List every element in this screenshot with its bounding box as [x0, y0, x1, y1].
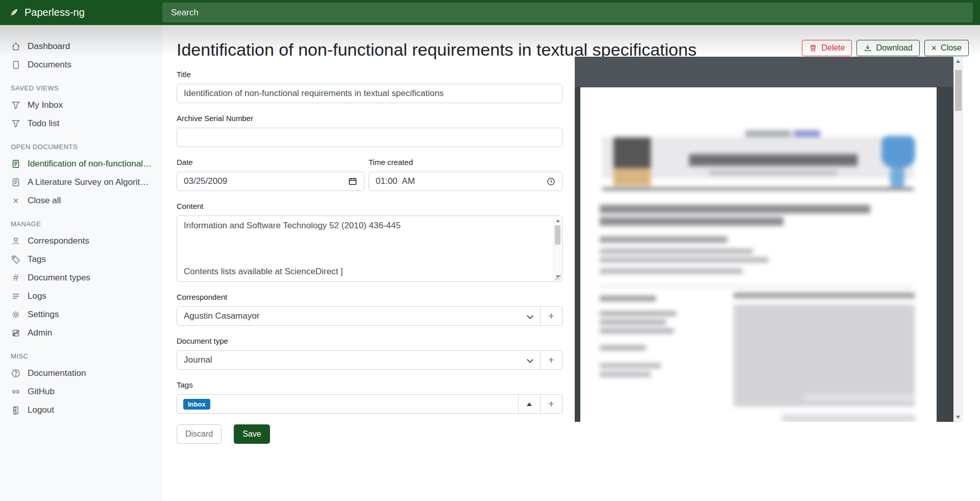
- content-text-line2: Contents lists available at ScienceDirec…: [184, 267, 548, 277]
- sidebar-section-saved-views: SAVED VIEWS: [0, 74, 162, 96]
- sidebar-section-misc: MISC: [0, 342, 162, 364]
- sidebar-item-todo-list[interactable]: Todo list: [0, 114, 162, 133]
- home-icon: [11, 41, 21, 52]
- date-label: Date: [177, 158, 364, 167]
- content-scrollbar[interactable]: [553, 217, 561, 281]
- title-label: Title: [177, 70, 562, 79]
- sidebar-item-correspondents[interactable]: Correspondents: [0, 232, 162, 250]
- sidebar: Dashboard Documents SAVED VIEWS My Inbox…: [0, 25, 162, 501]
- gear-icon: [11, 309, 21, 320]
- person-icon: [11, 236, 21, 246]
- sidebar-item-logout[interactable]: Logout: [0, 401, 162, 419]
- filter-icon: [11, 100, 21, 110]
- pdf-viewer-toolbar: [575, 57, 953, 87]
- document-preview: [575, 57, 963, 422]
- file-text-icon: [11, 159, 21, 169]
- title-input[interactable]: [177, 84, 562, 103]
- filter-icon: [11, 118, 21, 129]
- delete-button[interactable]: Delete: [802, 40, 852, 56]
- asn-label: Archive Serial Number: [177, 114, 562, 123]
- close-icon: [11, 196, 21, 206]
- clock-icon[interactable]: [547, 177, 555, 186]
- sidebar-open-doc-2[interactable]: A Literature Survey on Algorithms for Mu…: [0, 173, 162, 192]
- content-textarea[interactable]: Information and Software Technology 52 (…: [177, 216, 562, 282]
- app-title: Paperless-ng: [24, 7, 85, 18]
- sidebar-item-documentation[interactable]: Documentation: [0, 364, 162, 383]
- trash-icon: [809, 44, 817, 52]
- triangle-up-icon: [527, 402, 532, 406]
- sidebar-item-close-all[interactable]: Close all: [0, 192, 162, 210]
- scroll-up-icon[interactable]: [556, 219, 560, 222]
- file-text-icon: [11, 177, 21, 187]
- content-label: Content: [177, 202, 562, 211]
- document-preview-blurred-page: [580, 87, 937, 422]
- document-type-label: Document type: [177, 337, 562, 346]
- document-type-select[interactable]: Journal: [177, 350, 541, 370]
- tag-icon: [11, 254, 21, 265]
- logout-icon: [11, 405, 21, 415]
- sidebar-item-github[interactable]: GitHub: [0, 383, 162, 401]
- sidebar-section-open-documents: OPEN DOCUMENTS: [0, 133, 162, 155]
- download-button[interactable]: Download: [856, 40, 919, 56]
- download-icon: [864, 44, 872, 52]
- document-edit-form: Title Archive Serial Number Date 03/25/2…: [177, 68, 562, 444]
- preview-scroll-down-icon[interactable]: [956, 416, 960, 419]
- content-scrollbar-thumb[interactable]: [555, 225, 560, 245]
- main-content: Identification of non-functional require…: [162, 25, 980, 444]
- preview-scrollbar-thumb[interactable]: [955, 70, 962, 111]
- chevron-down-icon: [527, 313, 533, 319]
- save-button[interactable]: Save: [234, 424, 270, 444]
- top-navbar: Paperless-ng: [0, 0, 980, 25]
- tag-badge-inbox[interactable]: Inbox: [183, 399, 210, 410]
- admin-toggles-icon: [11, 328, 21, 338]
- calendar-icon[interactable]: [348, 177, 357, 186]
- add-document-type-button[interactable]: +: [540, 350, 562, 370]
- content-text-line1: Information and Software Technology 52 (…: [184, 221, 548, 231]
- sidebar-item-document-types[interactable]: # Document types: [0, 269, 162, 287]
- sidebar-item-admin[interactable]: Admin: [0, 324, 162, 342]
- feather-logo-icon: [9, 8, 19, 18]
- preview-scrollbar[interactable]: [953, 57, 963, 422]
- add-tag-button[interactable]: +: [540, 394, 562, 414]
- textarea-resize-grip[interactable]: [555, 275, 561, 280]
- correspondent-select[interactable]: Agustin Casamayor: [177, 306, 541, 326]
- discard-button[interactable]: Discard: [177, 424, 222, 444]
- close-button[interactable]: × Close: [924, 40, 969, 56]
- pdf-viewer[interactable]: [575, 57, 953, 422]
- time-created-input[interactable]: 01:00 AM: [369, 172, 562, 191]
- sidebar-item-my-inbox[interactable]: My Inbox: [0, 96, 162, 114]
- app-brand[interactable]: Paperless-ng: [0, 7, 162, 18]
- sidebar-item-settings[interactable]: Settings: [0, 305, 162, 324]
- add-correspondent-button[interactable]: +: [540, 306, 562, 326]
- tags-collapse-button[interactable]: [518, 394, 541, 414]
- chevron-down-icon: [527, 356, 533, 363]
- documents-icon: [11, 60, 21, 70]
- sidebar-item-tags[interactable]: Tags: [0, 250, 162, 269]
- date-input[interactable]: 03/25/2009: [177, 172, 364, 191]
- search-input[interactable]: [162, 3, 973, 22]
- time-created-label: Time created: [369, 158, 562, 167]
- link-icon: [11, 387, 21, 397]
- sidebar-open-doc-1[interactable]: Identification of non-functional require…: [0, 155, 162, 173]
- tags-input[interactable]: Inbox: [177, 394, 519, 414]
- correspondent-label: Correspondent: [177, 293, 562, 302]
- tags-label: Tags: [177, 380, 562, 390]
- sidebar-item-dashboard[interactable]: Dashboard: [0, 37, 162, 56]
- hash-icon: #: [11, 273, 21, 283]
- sidebar-section-manage: MANAGE: [0, 210, 162, 232]
- asn-input[interactable]: [177, 128, 562, 147]
- sidebar-item-logs[interactable]: Logs: [0, 287, 162, 305]
- preview-scroll-up-icon[interactable]: [956, 60, 960, 63]
- close-icon: ×: [932, 44, 937, 52]
- logs-icon: [11, 291, 21, 301]
- help-icon: [11, 368, 21, 378]
- sidebar-item-documents[interactable]: Documents: [0, 56, 162, 74]
